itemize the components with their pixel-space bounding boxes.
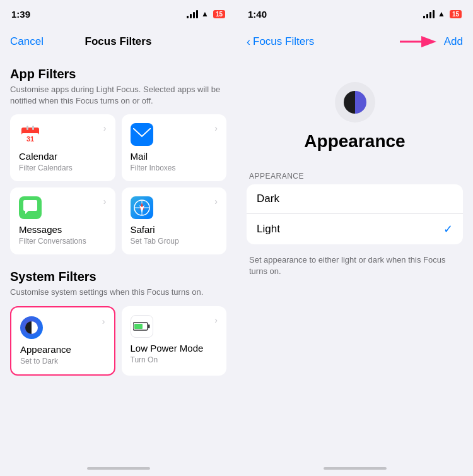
back-label: Focus Filters bbox=[253, 35, 314, 48]
app-filters-subtitle: Customise apps during Light Focus. Selec… bbox=[10, 84, 226, 107]
battery-badge-right: 15 bbox=[450, 10, 462, 18]
app-card-messages[interactable]: › Messages Filter Conversations bbox=[10, 187, 115, 254]
battery-badge-left: 15 bbox=[213, 10, 225, 18]
calendar-label: Calendar bbox=[19, 151, 57, 162]
home-indicator-right bbox=[237, 461, 473, 476]
messages-chevron: › bbox=[103, 196, 107, 206]
appearance-header: Appearance bbox=[247, 62, 463, 162]
wifi-icon-right: ▲ bbox=[438, 9, 445, 18]
battery-svg bbox=[133, 321, 151, 331]
status-icons-left: ▲ 15 bbox=[187, 9, 225, 18]
app-card-lowpower[interactable]: › Low Power Mode Turn On bbox=[122, 306, 227, 376]
mail-icon bbox=[131, 123, 153, 146]
safari-chevron: › bbox=[214, 196, 218, 206]
svg-text:31: 31 bbox=[26, 135, 34, 143]
checkmark-icon: ✓ bbox=[443, 222, 453, 236]
screen-left: 1:39 ▲ 15 Cancel Focus Filters App Filte… bbox=[0, 0, 237, 476]
appearance-section-label: APPEARANCE bbox=[249, 172, 463, 181]
light-option-row[interactable]: Light ✓ bbox=[247, 214, 463, 244]
messages-label: Messages bbox=[19, 224, 62, 235]
calendar-chevron: › bbox=[103, 123, 107, 133]
status-time-left: 1:39 bbox=[11, 9, 30, 20]
appearance-icon bbox=[20, 316, 43, 339]
signal-icon bbox=[187, 10, 198, 18]
cancel-button[interactable]: Cancel bbox=[10, 35, 44, 48]
app-filters-grid: 31 › Calendar Filter Calendars › bbox=[10, 114, 226, 254]
mail-label: Mail bbox=[131, 151, 148, 162]
messages-icon bbox=[19, 196, 42, 219]
appearance-chevron: › bbox=[102, 316, 105, 326]
app-card-safari[interactable]: › Safari Set Tab Group bbox=[122, 187, 227, 254]
signal-icon-right bbox=[423, 10, 435, 18]
screen-right: 1:40 ▲ 15 ‹ Focus Filters bbox=[237, 0, 473, 476]
svg-rect-5 bbox=[26, 126, 28, 130]
status-bar-left: 1:39 ▲ 15 bbox=[0, 0, 237, 28]
appearance-large-svg bbox=[342, 90, 368, 115]
calendar-icon: 31 bbox=[19, 123, 42, 146]
mail-svg bbox=[133, 128, 151, 141]
content-right: Appearance APPEARANCE Dark Light bbox=[237, 56, 473, 461]
nav-bar-left: Cancel Focus Filters bbox=[0, 28, 237, 56]
nav-title-left: Focus Filters bbox=[85, 35, 152, 48]
safari-svg bbox=[134, 199, 150, 216]
home-indicator-left bbox=[0, 461, 237, 476]
content-left: App Filters Customise apps during Light … bbox=[0, 56, 237, 461]
safari-sublabel: Set Tab Group bbox=[131, 237, 179, 246]
appearance-svg bbox=[25, 321, 38, 335]
home-bar-left bbox=[87, 467, 150, 470]
system-filters-subtitle: Customise system settings when this Focu… bbox=[10, 287, 226, 298]
lowpower-sublabel: Turn On bbox=[131, 355, 158, 364]
safari-label: Safari bbox=[131, 224, 155, 235]
appearance-label: Appearance bbox=[20, 344, 71, 355]
calendar-svg: 31 bbox=[20, 124, 40, 145]
arrow-svg-light bbox=[247, 222, 248, 237]
safari-icon bbox=[131, 196, 153, 219]
add-arrow-annotation bbox=[397, 33, 441, 51]
back-button[interactable]: ‹ Focus Filters bbox=[247, 35, 314, 49]
app-filters-title: App Filters bbox=[10, 67, 226, 81]
light-option-label: Light bbox=[257, 223, 280, 235]
calendar-sublabel: Filter Calendars bbox=[19, 164, 73, 172]
nav-bar-right: ‹ Focus Filters Add bbox=[237, 28, 473, 56]
svg-rect-6 bbox=[32, 126, 34, 130]
appearance-footer: Set appearance to either light or dark w… bbox=[247, 249, 463, 277]
app-card-appearance[interactable]: › Appearance Set to Dark bbox=[10, 306, 115, 376]
status-icons-right: ▲ 15 bbox=[423, 9, 462, 18]
appearance-large-icon bbox=[335, 82, 375, 122]
wifi-icon: ▲ bbox=[201, 9, 209, 18]
mail-chevron: › bbox=[214, 123, 218, 133]
status-time-right: 1:40 bbox=[248, 9, 267, 20]
mail-sublabel: Filter Inboxes bbox=[131, 164, 176, 172]
dark-option-label: Dark bbox=[257, 193, 279, 205]
appearance-page-title: Appearance bbox=[304, 131, 405, 152]
arrow-svg-right bbox=[397, 33, 441, 51]
appearance-sublabel: Set to Dark bbox=[20, 357, 58, 366]
svg-rect-15 bbox=[148, 324, 149, 328]
messages-sublabel: Filter Conversations bbox=[19, 237, 86, 246]
appearance-list: Dark Light ✓ bbox=[247, 184, 463, 244]
lowpower-label: Low Power Mode bbox=[131, 343, 204, 354]
svg-rect-16 bbox=[134, 324, 143, 329]
lowpower-chevron: › bbox=[214, 315, 218, 325]
app-card-calendar[interactable]: 31 › Calendar Filter Calendars bbox=[10, 114, 115, 181]
add-button[interactable]: Add bbox=[444, 35, 463, 48]
dark-option-row[interactable]: Dark bbox=[247, 184, 463, 214]
system-filters-grid: › Appearance Set to Dark › Low Power Mod… bbox=[10, 306, 226, 376]
app-card-mail[interactable]: › Mail Filter Inboxes bbox=[122, 114, 227, 181]
back-chevron-icon: ‹ bbox=[247, 35, 250, 49]
system-filters-title: System Filters bbox=[10, 270, 226, 284]
battery-icon bbox=[131, 315, 153, 338]
home-bar-right bbox=[324, 467, 387, 470]
messages-svg bbox=[22, 200, 38, 215]
status-bar-right: 1:40 ▲ 15 bbox=[237, 0, 473, 28]
